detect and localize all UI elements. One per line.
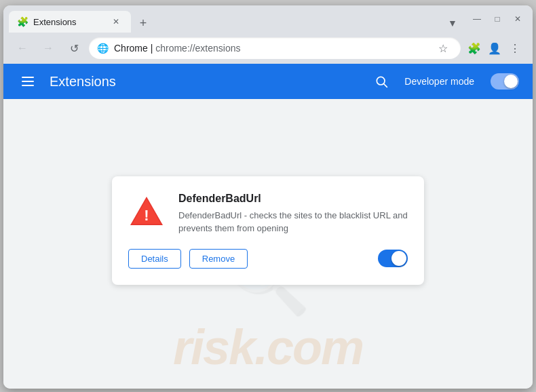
warning-icon: !: [128, 193, 165, 229]
address-bar[interactable]: 🌐 Chrome | chrome://extensions ☆: [89, 37, 461, 59]
extension-name: DefenderBadUrl: [178, 193, 408, 205]
tab-strip: 🧩 Extensions ✕ + ▼: [9, 5, 462, 33]
tab-search-button[interactable]: ▼: [443, 14, 462, 33]
main-content: 🔍 risk.com ! DefenderBadUrl DefenderBadU…: [3, 99, 533, 389]
remove-button[interactable]: Remove: [189, 249, 248, 269]
profile-button[interactable]: 👤: [485, 39, 504, 58]
active-tab[interactable]: 🧩 Extensions ✕: [9, 11, 131, 33]
new-tab-button[interactable]: +: [134, 14, 153, 33]
svg-text:!: !: [144, 207, 149, 224]
menu-button[interactable]: ⋮: [505, 39, 524, 58]
developer-mode-label: Developer mode: [404, 76, 474, 87]
toggle-on-knob: [391, 251, 406, 266]
address-path: chrome://extensions: [155, 43, 240, 54]
card-top: ! DefenderBadUrl DefenderBadUrl - checks…: [128, 193, 408, 235]
svg-line-1: [384, 84, 387, 87]
extension-description: DefenderBadUrl - checks the sites to the…: [178, 209, 408, 235]
extensions-button[interactable]: 🧩: [465, 39, 484, 58]
minimize-button[interactable]: —: [467, 9, 486, 28]
developer-mode-toggle[interactable]: [491, 73, 519, 90]
bookmark-button[interactable]: ☆: [434, 39, 453, 58]
details-button[interactable]: Details: [128, 249, 181, 269]
card-actions: Details Remove: [128, 249, 408, 269]
hamburger-icon: [22, 77, 34, 86]
search-icon: [375, 75, 388, 88]
address-text: Chrome | chrome://extensions: [114, 43, 428, 54]
tab-title: Extensions: [33, 17, 104, 27]
hamburger-menu-button[interactable]: [17, 71, 39, 92]
maximize-button[interactable]: □: [488, 9, 507, 28]
toolbar-right: 🧩 👤 ⋮: [465, 39, 524, 58]
address-domain: Chrome: [114, 43, 148, 54]
window-controls: — □ ✕: [462, 9, 527, 28]
address-favicon: 🌐: [97, 43, 109, 54]
toggle-on[interactable]: [378, 250, 408, 267]
extensions-header: Extensions Developer mode: [3, 64, 533, 99]
address-actions: ☆: [434, 39, 453, 58]
extension-toggle[interactable]: [378, 250, 408, 267]
puzzle-icon: 🧩: [17, 16, 28, 27]
extensions-page-title: Extensions: [50, 74, 358, 90]
tab-close-button[interactable]: ✕: [109, 15, 123, 28]
warning-triangle-svg: !: [128, 195, 165, 227]
tab-favicon: 🧩: [17, 16, 28, 27]
forward-button[interactable]: →: [37, 37, 59, 59]
browser-window: 🧩 Extensions ✕ + ▼ — □ ✕ ← → ↺ 🌐 Chrome …: [3, 5, 533, 389]
extension-card: ! DefenderBadUrl DefenderBadUrl - checks…: [112, 176, 424, 285]
back-button[interactable]: ←: [12, 37, 33, 59]
title-bar: 🧩 Extensions ✕ + ▼ — □ ✕: [3, 5, 533, 33]
toggle-knob: [504, 75, 518, 88]
address-separator: |: [148, 43, 155, 54]
reload-button[interactable]: ↺: [63, 37, 85, 59]
address-bar-row: ← → ↺ 🌐 Chrome | chrome://extensions ☆ 🧩…: [3, 33, 533, 64]
extensions-search-button[interactable]: [369, 69, 394, 94]
close-button[interactable]: ✕: [508, 9, 527, 28]
card-info: DefenderBadUrl DefenderBadUrl - checks t…: [178, 193, 408, 235]
watermark-text: risk.com: [173, 319, 363, 375]
